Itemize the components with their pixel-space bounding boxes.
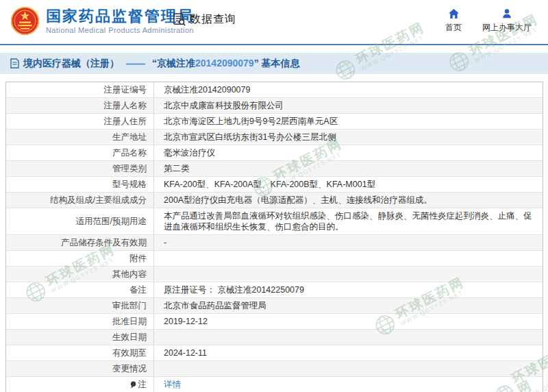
row-label: 管理类别	[6, 161, 154, 176]
row-label: 产品名称	[6, 145, 154, 160]
table-row: 其他内容	[6, 267, 543, 282]
table-row: 注册人住所 北京市海淀区上地九街9号9号2层西南单元A区	[6, 114, 543, 130]
nmpa-emblem-logo	[10, 5, 40, 36]
row-value: 2019-12-12	[154, 314, 543, 329]
table-row: 管理类别 第二类	[6, 161, 543, 177]
agency-name-en: National Medical Products Administration	[46, 26, 194, 34]
table-row: 结构及组成/主要组成成分 200A型治疗仪由充电器（电源适配器）、主机、连接线和…	[6, 193, 543, 208]
table-row: 型号规格 KFA-200型、KFA-200A型、KFA-200B型、KFA-M0…	[6, 177, 543, 193]
nav-service-hall[interactable]: 网上办事大厅	[482, 8, 532, 34]
table-row: 注 详情	[6, 377, 543, 392]
document-icon	[10, 58, 19, 69]
row-value: 京械注准20142090079	[154, 82, 543, 97]
note-icon	[130, 381, 136, 389]
nav-home[interactable]: 首页	[445, 8, 462, 34]
data-query-tab[interactable]: 数据查询	[172, 12, 236, 27]
row-label: 批准日期	[6, 314, 154, 329]
row-label: 注册人名称	[6, 98, 154, 113]
page-title: “京械注准20142090079” 基本信息	[152, 58, 300, 70]
table-row: 注册证编号 京械注准20142090079	[6, 82, 543, 98]
table-row: 有效期至 2024-12-11	[6, 345, 543, 361]
row-label: 备注	[6, 282, 154, 297]
registration-number: 20142090079	[195, 58, 254, 69]
row-value: 北京市宣武区白纸坊东街31号办公楼三层北侧	[154, 130, 543, 145]
breadcrumb-bar: 境内医疗器械（注册） —— “京械注准20142090079” 基本信息	[0, 53, 548, 74]
row-value: 本产品通过改善局部血液循环对软组织感染、伤口感染、静脉炎、无菌性炎症起到消炎、止…	[154, 208, 543, 234]
row-value: -	[154, 235, 543, 250]
row-value: 第二类	[154, 161, 543, 176]
row-value: 北京市海淀区上地九街9号9号2层西南单元A区	[154, 114, 543, 129]
table-row: 产品储存条件及有效期 -	[6, 235, 543, 251]
page: 国家药品监督管理局 National Medical Products Admi…	[0, 0, 548, 392]
nav-home-label: 首页	[445, 22, 462, 34]
row-label: 变更情况	[6, 361, 154, 376]
page-category: 境内医疗器械（注册）	[23, 58, 119, 70]
row-value: 毫米波治疗仪	[154, 145, 543, 160]
user-icon	[501, 8, 512, 19]
table-row: 附件	[6, 251, 543, 267]
row-value	[154, 361, 543, 376]
row-label: 审批部门	[6, 298, 154, 313]
table-row: 审批部门 北京市食品药品监督管理局	[6, 298, 543, 314]
data-query-label: 数据查询	[190, 12, 236, 27]
table-row: 生效日期	[6, 330, 543, 345]
row-label: 附件	[6, 251, 154, 266]
row-label: 注册人住所	[6, 114, 154, 129]
row-value: 北京中成康富科技股份有限公司	[154, 98, 543, 113]
row-value	[154, 251, 543, 266]
table-row: 备注 原注册证号： 京械注准20142250079	[6, 282, 543, 298]
table-row: 产品名称 毫米波治疗仪	[6, 145, 543, 161]
data-query-icon	[172, 12, 186, 27]
detail-link[interactable]: 详情	[164, 379, 181, 390]
table-row: 适用范围/预期用途 本产品通过改善局部血液循环对软组织感染、伤口感染、静脉炎、无…	[6, 208, 543, 235]
row-value: 原注册证号： 京械注准20142250079	[154, 282, 543, 297]
row-label: 其他内容	[6, 267, 154, 282]
row-value	[154, 330, 543, 345]
row-label: 产品储存条件及有效期	[6, 235, 154, 250]
device-info-table: 注册证编号 京械注准20142090079 注册人名称 北京中成康富科技股份有限…	[5, 82, 543, 392]
row-label: 生产地址	[6, 130, 154, 145]
site-header: 国家药品监督管理局 National Medical Products Admi…	[0, 0, 548, 44]
table-row: 生产地址 北京市宣武区白纸坊东街31号办公楼三层北侧	[6, 130, 543, 145]
row-value: 详情	[154, 377, 543, 392]
row-label: 注	[6, 377, 154, 392]
table-row: 变更情况	[6, 361, 543, 377]
row-label: 型号规格	[6, 177, 154, 192]
row-value: 2024-12-11	[154, 345, 543, 360]
row-label: 适用范围/预期用途	[6, 208, 154, 234]
top-nav: 首页 网上办事大厅	[445, 8, 532, 34]
table-row: 批准日期 2019-12-12	[6, 314, 543, 330]
brand: 国家药品监督管理局 National Medical Products Admi…	[10, 5, 194, 36]
row-value: 200A型治疗仪由充电器（电源适配器）、主机、连接线和治疗器组成。	[154, 193, 543, 208]
title-dash: ——	[126, 58, 145, 69]
row-value: KFA-200型、KFA-200A型、KFA-200B型、KFA-M001型	[154, 177, 543, 192]
row-label: 结构及组成/主要组成成分	[6, 193, 154, 208]
table-row: 注册人名称 北京中成康富科技股份有限公司	[6, 98, 543, 114]
row-label: 注册证编号	[6, 82, 154, 97]
home-icon	[448, 8, 460, 19]
row-label: 有效期至	[6, 345, 154, 360]
row-label: 生效日期	[6, 330, 154, 345]
row-value: 北京市食品药品监督管理局	[154, 298, 543, 313]
nav-service-hall-label: 网上办事大厅	[482, 22, 532, 34]
row-value	[154, 267, 543, 282]
